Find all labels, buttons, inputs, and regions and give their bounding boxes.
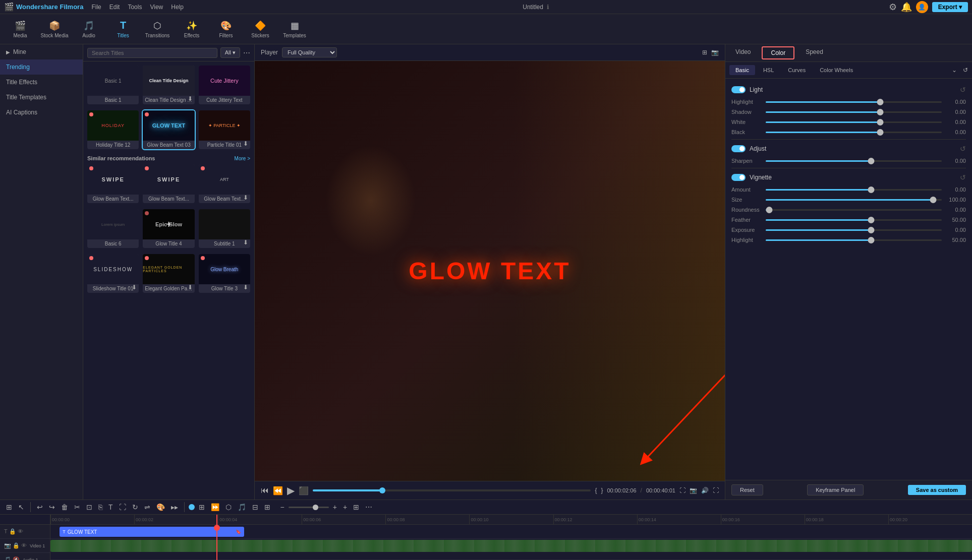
sidebar-item-title-effects[interactable]: Title Effects xyxy=(0,75,83,90)
vignette-reset-icon[interactable]: ↺ xyxy=(960,173,966,181)
more-link[interactable]: More > xyxy=(235,156,250,161)
toolbar-templates[interactable]: ▦ Templates xyxy=(278,16,311,43)
tl-cut[interactable]: ✂ xyxy=(72,502,82,512)
sidebar-item-title-templates[interactable]: Title Templates xyxy=(0,90,83,105)
tl-grid-icon[interactable]: ⊞ xyxy=(4,502,14,512)
list-item[interactable]: Lorem ipsum Basic 6 xyxy=(87,209,139,248)
light-reset-icon[interactable]: ↺ xyxy=(960,86,966,94)
export-button[interactable]: Export ▾ xyxy=(932,2,968,12)
video-track-item[interactable] xyxy=(50,540,972,552)
tl-track[interactable]: ⊞ xyxy=(262,502,272,512)
track-icon-t[interactable]: T xyxy=(4,528,8,535)
menu-help[interactable]: Help xyxy=(171,4,184,11)
topbar-icon1[interactable]: ⚙ xyxy=(889,2,897,13)
toolbar-effects[interactable]: ✨ Effects xyxy=(176,16,208,43)
sidebar-item-trending[interactable]: Trending xyxy=(0,59,83,75)
list-item[interactable]: Basic 1 Basic 1 xyxy=(87,66,139,104)
skip-back-button[interactable]: ⏮ xyxy=(261,486,269,495)
keyframe-button[interactable]: Keyframe Panel xyxy=(807,484,864,495)
track-icon-v[interactable]: 📷 xyxy=(4,542,11,549)
stop-button[interactable]: ⬛ xyxy=(299,486,309,495)
tl-zoom-slider[interactable] xyxy=(289,507,329,508)
tl-subtitle[interactable]: ⊟ xyxy=(250,502,260,512)
tl-color[interactable]: 🎨 xyxy=(154,502,167,512)
toolbar-stickers[interactable]: 🔶 Stickers xyxy=(244,16,276,43)
color-reset-icon[interactable]: ↺ xyxy=(963,67,968,74)
vignette-section-header[interactable]: Vignette ↺ xyxy=(731,170,966,184)
amount-thumb[interactable] xyxy=(868,186,875,193)
tl-paste[interactable]: ⎘ xyxy=(96,502,104,512)
toolbar-audio[interactable]: 🎵 Audio xyxy=(73,16,105,43)
snapshot-icon[interactable]: 📷 xyxy=(690,487,697,494)
list-item-glow-breath[interactable]: Glow Breath Glow Title 3 ⬇ xyxy=(199,254,250,293)
exposure-thumb[interactable] xyxy=(868,227,875,233)
play-button[interactable]: ▶ xyxy=(287,484,295,496)
tl-split[interactable]: ⬡ xyxy=(223,502,234,512)
menu-view[interactable]: View xyxy=(150,4,163,11)
tl-zoom-plus[interactable]: + xyxy=(331,502,339,512)
toolbar-stock[interactable]: 📦 Stock Media xyxy=(38,16,71,43)
adjust-reset-icon[interactable]: ↺ xyxy=(960,145,966,153)
list-item-glow-title4[interactable]: Epic Glow + Glow Title 4 xyxy=(143,209,194,248)
crop-icon[interactable]: ⛶ xyxy=(679,487,685,494)
tab-color[interactable]: Color xyxy=(762,46,794,59)
light-toggle[interactable] xyxy=(731,86,746,93)
bracket-left-icon[interactable]: { xyxy=(595,487,597,494)
list-item[interactable]: Cute Jittery Cute Jittery Text xyxy=(199,66,250,104)
search-input[interactable] xyxy=(87,48,217,58)
reset-button[interactable]: Reset xyxy=(731,484,763,495)
highlight-thumb[interactable] xyxy=(877,99,883,105)
adjust-section-header[interactable]: Adjust ↺ xyxy=(731,142,966,156)
sidebar-item-mine[interactable]: ▶ Mine xyxy=(0,44,83,59)
feather-thumb[interactable] xyxy=(868,217,875,223)
tl-audio[interactable]: 🎵 xyxy=(236,502,248,512)
list-item[interactable]: SWIPE Glow Beam Text... xyxy=(87,164,139,203)
feather-track[interactable] xyxy=(766,219,942,221)
highlight-track[interactable] xyxy=(766,101,942,103)
tl-text[interactable]: T xyxy=(106,502,115,512)
tl-zoom-minus[interactable]: − xyxy=(278,502,287,512)
tl-more2[interactable]: ⋯ xyxy=(363,502,374,512)
bracket-right-icon[interactable]: } xyxy=(601,487,603,494)
track-icon-eye2[interactable]: 👁 xyxy=(21,542,27,549)
tab-speed[interactable]: Speed xyxy=(795,44,833,61)
amount-track[interactable] xyxy=(766,189,942,191)
size-thumb[interactable] xyxy=(930,197,936,203)
tl-snap[interactable]: ⊞ xyxy=(197,502,207,512)
shadow-track[interactable] xyxy=(766,111,942,113)
track-icon-eye[interactable]: 👁 xyxy=(18,528,23,535)
tl-speed[interactable]: ⏩ xyxy=(209,502,221,512)
track-icon-lock[interactable]: 🔒 xyxy=(9,528,16,535)
tl-rotate[interactable]: ↻ xyxy=(130,502,140,512)
vignette-toggle[interactable] xyxy=(731,174,746,181)
sharpen-track[interactable] xyxy=(766,160,942,162)
tl-delete[interactable]: 🗑 xyxy=(59,502,70,512)
tl-cursor-icon[interactable]: ↖ xyxy=(16,502,26,512)
menu-file[interactable]: File xyxy=(91,4,101,11)
list-item[interactable]: HOLIDAY Holiday Title 12 xyxy=(87,110,139,149)
color-tab-curves[interactable]: Curves xyxy=(782,65,812,75)
tl-undo[interactable]: ↩ xyxy=(35,502,45,512)
volume-icon[interactable]: 🔊 xyxy=(701,487,709,494)
quality-select[interactable]: Full Quality Half Quality Quarter Qualit… xyxy=(282,47,337,57)
save-custom-button[interactable]: Save as custom xyxy=(908,485,966,495)
filter-button[interactable]: All ▾ xyxy=(220,47,240,58)
track-icon-mute[interactable]: 🔇 xyxy=(13,556,20,560)
avatar[interactable]: 👤 xyxy=(916,1,928,13)
tab-video[interactable]: Video xyxy=(725,44,761,61)
title-track-item[interactable]: T GLOW TEXT 🔖 xyxy=(60,527,244,537)
list-item[interactable]: Clean Title Design Clean Title Design Ti… xyxy=(143,66,194,104)
tl-crop[interactable]: ⛶ xyxy=(117,502,128,512)
color-tab-wheels[interactable]: Color Wheels xyxy=(814,65,859,75)
track-icon-a[interactable]: 🎵 xyxy=(4,556,11,560)
list-item[interactable]: ELEGANT GOLDEN PARTICLES Elegant Golden … xyxy=(143,254,194,293)
progress-bar[interactable] xyxy=(313,489,591,491)
white-thumb[interactable] xyxy=(877,119,883,126)
tl-more[interactable]: ▸▸ xyxy=(169,502,180,512)
tl-copy[interactable]: ⊡ xyxy=(84,502,94,512)
toolbar-filters[interactable]: 🎨 Filters xyxy=(210,16,242,43)
highlight2-thumb[interactable] xyxy=(868,237,875,243)
toolbar-titles[interactable]: T Titles xyxy=(107,16,139,43)
fullscreen-icon[interactable]: ⛶ xyxy=(713,487,719,494)
highlight2-track[interactable] xyxy=(766,239,942,241)
